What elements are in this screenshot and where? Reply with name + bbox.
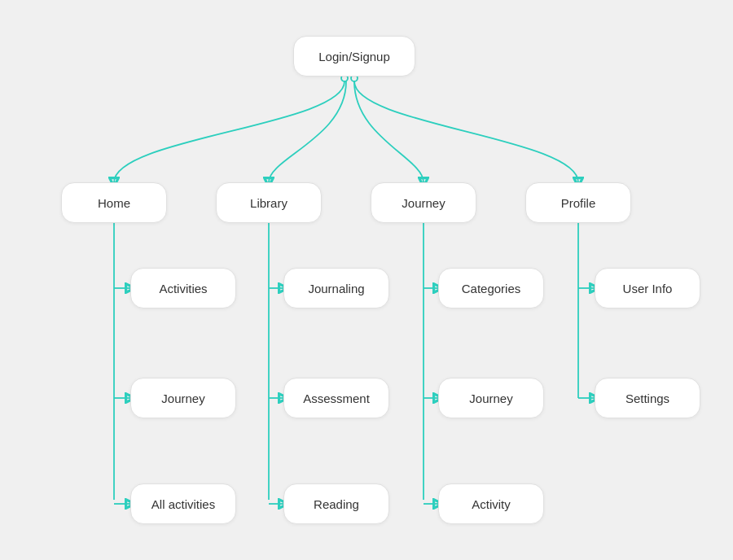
activities-node: Activities <box>130 268 236 308</box>
assessment-node: Assessment <box>283 378 389 418</box>
home-node: Home <box>61 182 167 223</box>
journey-home-node: Journey <box>130 378 236 418</box>
profile-node: Profile <box>525 182 631 223</box>
user-info-node: User Info <box>595 268 700 308</box>
categories-node: Categories <box>438 268 544 308</box>
all-activities-node: All activities <box>130 483 236 524</box>
activity-node: Activity <box>438 483 544 524</box>
journey-mid-node: Journey <box>438 378 544 418</box>
login-node: Login/Signup <box>293 36 415 77</box>
journaling-node: Journaling <box>283 268 389 308</box>
reading-node: Reading <box>283 483 389 524</box>
diagram: Login/Signup Home Library Journey Profil… <box>16 11 717 549</box>
library-node: Library <box>216 182 322 223</box>
journey-top-node: Journey <box>371 182 476 223</box>
settings-node: Settings <box>595 378 700 418</box>
